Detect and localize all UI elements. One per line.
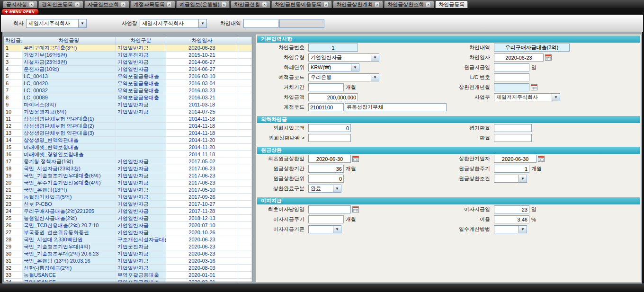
table-cell: 4	[4, 66, 22, 73]
calendar-icon[interactable]	[531, 84, 537, 90]
table-row[interactable]: 7LC_00032무역포괄금융대출2016-03-23	[4, 87, 252, 94]
deposit-code-select[interactable]: 우리은행 ▼	[308, 73, 379, 81]
loan-amount-input[interactable]	[308, 93, 358, 101]
tab-deposit-daily-by-bank[interactable]: 예금일보(은행별)x	[176, 0, 230, 8]
table-row[interactable]: 12삼성생명단체보험 약관대출(2)2014-11-18	[4, 123, 252, 130]
tab-loan-status[interactable]: 차입금현황x	[231, 0, 270, 8]
table-row[interactable]: 15미래에셋_변액보험대출2014-11-20	[4, 144, 252, 151]
account-name-input[interactable]	[345, 103, 447, 111]
loan-number-input[interactable]	[308, 44, 358, 52]
table-row[interactable]: 30국민_기술창조우대(2억) 20.6.23기업일반자금2020-06-23	[4, 250, 252, 257]
table-cell: 삼성생명단체보험 약관대출(1)	[22, 115, 116, 123]
table-row[interactable]: 5LC_00413무역포괄금융대출2016-03-10	[4, 73, 252, 80]
loan-desc-filter-input[interactable]	[243, 19, 278, 28]
grace-period-input[interactable]	[308, 83, 344, 91]
interest-cycle-input[interactable]	[308, 215, 344, 223]
eval-rate-input[interactable]	[494, 124, 532, 132]
tab-close-icon[interactable]: x	[426, 2, 431, 7]
account-code-input[interactable]	[308, 103, 344, 111]
table-row[interactable]: 21국민_온렌딩(13억)기업일반자금2017-05-10	[4, 186, 252, 194]
table-row[interactable]: 11삼성생명단체보험 약관대출(1)2014-11-18	[4, 115, 252, 123]
exchange-rate-input[interactable]	[494, 134, 532, 142]
repay-condition-select[interactable]: ▼	[494, 175, 527, 183]
fc-amount-input[interactable]	[308, 124, 351, 132]
calendar-icon[interactable]	[538, 156, 545, 162]
table-row[interactable]: 25농협일반자금대출(2억)기업일반자금2018-12-13	[4, 215, 252, 222]
tab-close-icon[interactable]: x	[262, 2, 267, 7]
table-cell-filler	[238, 115, 252, 123]
table-row[interactable]: 14삼성생명_변액약관대출2014-11-20	[4, 137, 252, 144]
tab-close-icon[interactable]: x	[375, 2, 380, 7]
tab-close-icon[interactable]: x	[29, 2, 34, 7]
table-row[interactable]: 27부국증권_선순위유동화증권기업일반자금2020-10-26	[4, 229, 252, 236]
tab-fund-daily-inquiry[interactable]: 자금일보조회x	[84, 0, 129, 8]
tab-close-icon[interactable]: x	[323, 2, 329, 7]
repay-complete-select[interactable]: 완료 ▼	[308, 185, 341, 193]
table-row[interactable]: 4운전자금(10억)기업일반자금2014-06-27	[4, 66, 252, 73]
table-row[interactable]: 28국민_시설대 2,330백만원구조개선시설자금대출2020-06-23	[4, 236, 252, 243]
table-row[interactable]: 32신한(-)통장예금(2억)기업일반자금2020-08-03	[4, 265, 252, 272]
fc-repay-unit-input[interactable]	[308, 134, 351, 142]
menu-open-button[interactable]: MENU OPEN	[1, 9, 39, 15]
repay-period-input[interactable]	[308, 165, 344, 173]
day-count-method-select[interactable]: ▼	[494, 225, 527, 233]
table-row[interactable]: 26국민_TCB신용대출(2억) 20.7.10기업일반자금2020-07-10	[4, 222, 252, 229]
repay-start-ym-input[interactable]	[494, 83, 529, 91]
table-row[interactable]: 1우리구매자금대출(3억)기업일반자금2020-06-23	[4, 44, 252, 52]
table-row[interactable]: 24우리구매자금대출(2억)221205기업일반자금2017-11-28	[4, 208, 252, 215]
table-row[interactable]: 18국민_시설자금(23억3천)기업일반자금2017-06-23	[4, 165, 252, 172]
table-row[interactable]: 17중기청 정책자금(1억)기업일반자금2017-05-02	[4, 158, 252, 165]
table-row[interactable]: 31국민_온렌딩 (13억) 20.03.16기업일반자금2020-03-16	[4, 257, 252, 265]
tab-loan-repayment-inquiry[interactable]: 차입금상환조회x	[384, 0, 434, 8]
interest-rate-input[interactable]	[494, 215, 529, 223]
first-repay-date-input[interactable]	[308, 155, 351, 163]
loan-type-select[interactable]: 기업일반자금 ▼	[308, 53, 379, 62]
table-row[interactable]: 8LC_00089무역포괄금융대출2016-03-21	[4, 94, 252, 101]
site-select[interactable]: 제일저지주식회사 ▼	[140, 19, 207, 28]
tab-close-icon[interactable]: x	[121, 2, 126, 7]
table-row[interactable]: 20국민_우수기술기업신용대출(4억)기업일반자금2017-06-23	[4, 179, 252, 186]
table-row[interactable]: 23신보 P-CBO기업일반자금2017-10-27	[4, 201, 252, 208]
calendar-icon[interactable]	[352, 206, 359, 212]
table-row[interactable]: 16미래에셋_경영인보험대출2014-11-18	[4, 151, 252, 158]
tab-loan-variable-rate[interactable]: 차입금변동이율등록x	[271, 0, 332, 8]
division-select[interactable]: 제일저지주식회사 ▼	[494, 93, 560, 101]
repay-cycle-input[interactable]	[494, 165, 529, 173]
interest-basis-select[interactable]: ▼	[308, 225, 341, 233]
principal-pay-day-input[interactable]	[494, 63, 529, 71]
maturity-date-input[interactable]	[494, 155, 537, 163]
table-row[interactable]: 22농협장기차입금(5억)기업일반자금2017-09-26	[4, 194, 252, 201]
table-cell: 2014-11-20	[166, 144, 238, 151]
table-row[interactable]: 13삼성생명단체보험 약관대출(3)2014-11-18	[4, 130, 252, 137]
table-row[interactable]: 3시설자금(23억3천)기업일반자금2014-06-27	[4, 59, 252, 66]
lc-number-input[interactable]	[494, 73, 529, 81]
repay-unit-input[interactable]	[308, 175, 344, 183]
table-row[interactable]: 6LC_00420무역포괄금융대출2016-03-04	[4, 80, 252, 87]
calendar-icon[interactable]	[352, 156, 359, 162]
tab-loan-register[interactable]: 차입금등록	[435, 0, 468, 8]
tab-notice[interactable]: 공지사항x	[3, 0, 37, 8]
currency-select[interactable]: KRW(₩) ▼	[308, 63, 359, 71]
loan-date-input[interactable]	[494, 53, 544, 62]
division-label: 사업부	[443, 94, 494, 101]
table-row[interactable]: 2기업기보(16억5천)기업운전자금2015-10-21	[4, 52, 252, 59]
interest-day-input[interactable]	[494, 205, 529, 213]
table-cell: 기업일반자금	[116, 215, 166, 222]
tab-loan-repayment-plan[interactable]: 차입금상환계획x	[333, 0, 383, 8]
table-row[interactable]: 34국민USANCE무역포괄금융대출2020-03-01	[4, 279, 252, 283]
table-row[interactable]: 29국민_기술창조기업우대(4억)기업운전자금2020-06-23	[4, 243, 252, 250]
tab-close-icon[interactable]: x	[167, 2, 172, 7]
table-cell: 9	[4, 101, 22, 108]
first-interest-date-input[interactable]	[308, 205, 351, 213]
tab-close-icon[interactable]: x	[75, 2, 80, 7]
table-row[interactable]: 10기업운영자금(6억)기업일반자금2014-07-25	[4, 108, 252, 115]
tab-voucher-entry[interactable]: 결의전표등록x	[38, 0, 83, 8]
table-row[interactable]: 9마이너스(3억)기업일반자금2011-03-18	[4, 101, 252, 108]
company-select[interactable]: 제일저지주식회사 ▼	[26, 19, 87, 28]
calendar-icon[interactable]	[545, 54, 552, 61]
table-row[interactable]: 33농협USANCE무역포괄금융대출2020-01-01	[4, 272, 252, 279]
loan-desc-input[interactable]	[494, 44, 570, 52]
table-row[interactable]: 19국민_기술창조기업우대대출(6억)기업일반자금2017-06-23	[4, 172, 252, 179]
tab-close-icon[interactable]: x	[221, 2, 226, 7]
tab-account-register[interactable]: 계정과목등록x	[130, 0, 175, 8]
